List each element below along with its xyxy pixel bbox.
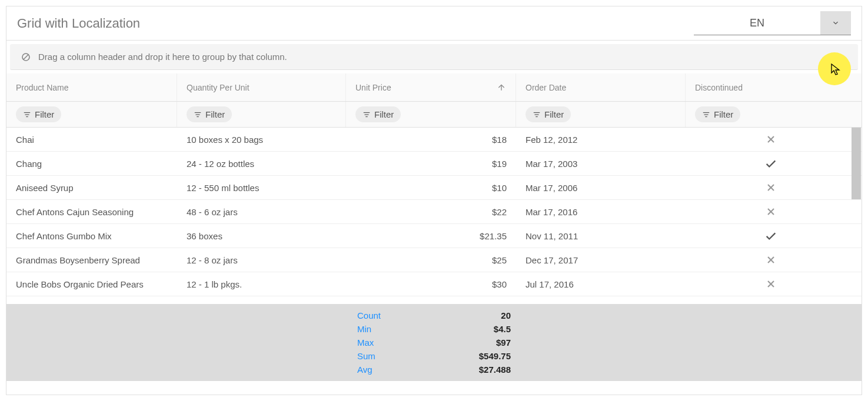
cell-order-date: Jan 17, 2018 <box>516 296 686 304</box>
summary-value-min: $4.5 <box>386 324 516 334</box>
check-icon <box>764 229 777 242</box>
table-row[interactable]: Northwoods Cranberry Sauce12 - 12 oz jar… <box>6 296 862 304</box>
cell-quantity: 12 - 1 lb pkgs. <box>177 272 346 296</box>
table-row[interactable]: Uncle Bobs Organic Dried Pears12 - 1 lb … <box>6 272 862 296</box>
cell-unit-price: $21.35 <box>346 224 516 248</box>
svg-line-1 <box>24 55 28 59</box>
cell-discontinued <box>686 296 856 304</box>
close-icon <box>765 254 777 266</box>
filter-chip-unit-price[interactable]: Filter <box>355 106 401 122</box>
close-icon <box>765 133 777 145</box>
scrollbar-thumb[interactable] <box>852 128 861 199</box>
group-disabled-icon <box>21 52 31 62</box>
column-header-quantity[interactable]: Quantity Per Unit <box>177 73 346 101</box>
grid-filter-row: Filter Filter Filter Filter <box>6 102 862 128</box>
table-row[interactable]: Chang24 - 12 oz bottles$19Mar 17, 2003 <box>6 152 862 176</box>
close-icon <box>765 302 777 304</box>
cell-discontinued <box>686 248 856 272</box>
summary-label-max: Max <box>6 337 386 347</box>
cell-quantity: 24 - 12 oz bottles <box>177 152 346 175</box>
cell-product-name: Aniseed Syrup <box>6 176 177 199</box>
cell-order-date: Mar 17, 2003 <box>516 152 686 175</box>
summary-value-sum: $549.75 <box>386 351 516 361</box>
filter-chip-order-date[interactable]: Filter <box>526 106 571 122</box>
cell-unit-price: $19 <box>346 152 516 175</box>
cell-product-name: Chang <box>6 152 177 175</box>
filter-icon <box>194 111 202 119</box>
cell-discontinued <box>686 200 856 223</box>
filter-icon <box>23 111 31 119</box>
panel-title: Grid with Localization <box>17 16 140 31</box>
cell-order-date: Mar 17, 2016 <box>516 200 686 223</box>
cell-product-name: Uncle Bobs Organic Dried Pears <box>6 272 177 296</box>
summary-label-count: Count <box>6 310 386 320</box>
cell-discontinued <box>686 128 856 151</box>
cell-product-name: Chef Antons Gumbo Mix <box>6 224 177 248</box>
cell-quantity: 12 - 8 oz jars <box>177 248 346 272</box>
summary-value-avg: $27.488 <box>386 365 516 375</box>
filter-chip-product-name[interactable]: Filter <box>16 106 61 122</box>
chevron-down-icon[interactable] <box>820 11 851 35</box>
filter-icon <box>702 111 710 119</box>
group-by-prompt: Drag a column header and drop it here to… <box>38 52 287 62</box>
cell-unit-price: $22 <box>346 200 516 223</box>
close-icon <box>765 182 777 193</box>
cell-product-name: Northwoods Cranberry Sauce <box>6 296 177 304</box>
cursor-highlight-icon <box>818 52 851 85</box>
language-value: EN <box>694 12 820 34</box>
table-row[interactable]: Aniseed Syrup12 - 550 ml bottles$10Mar 1… <box>6 176 862 200</box>
cell-quantity: 10 boxes x 20 bags <box>177 128 346 151</box>
data-grid: Product Name Quantity Per Unit Unit Pric… <box>6 73 862 381</box>
cell-order-date: Nov 11, 2011 <box>516 224 686 248</box>
cell-discontinued <box>686 176 856 199</box>
cell-unit-price: $18 <box>346 128 516 151</box>
cell-product-name: Chef Antons Cajun Seasoning <box>6 200 177 223</box>
cell-order-date: Mar 17, 2006 <box>516 176 686 199</box>
localization-grid-panel: Grid with Localization EN Drag a column … <box>6 6 862 395</box>
cell-unit-price: $40 <box>346 296 516 304</box>
summary-value-count: 20 <box>386 310 516 320</box>
vertical-scrollbar[interactable] <box>851 128 862 304</box>
panel-header: Grid with Localization EN <box>6 6 862 41</box>
filter-icon <box>363 111 371 119</box>
cell-product-name: Grandmas Boysenberry Spread <box>6 248 177 272</box>
cell-discontinued <box>686 152 856 175</box>
cell-unit-price: $25 <box>346 248 516 272</box>
close-icon <box>765 278 777 290</box>
summary-label-min: Min <box>6 324 386 334</box>
cell-order-date: Feb 12, 2012 <box>516 128 686 151</box>
filter-icon <box>533 111 541 119</box>
cell-discontinued <box>686 272 856 296</box>
summary-value-max: $97 <box>386 337 516 347</box>
cell-quantity: 48 - 6 oz jars <box>177 200 346 223</box>
summary-label-sum: Sum <box>6 351 386 361</box>
grid-summary-footer: Count 20 Min $4.5 Max $97 Sum $549.75 Av… <box>6 304 862 381</box>
grid-header-row: Product Name Quantity Per Unit Unit Pric… <box>6 73 862 102</box>
table-row[interactable]: Chai10 boxes x 20 bags$18Feb 12, 2012 <box>6 128 862 152</box>
table-row[interactable]: Chef Antons Cajun Seasoning48 - 6 oz jar… <box>6 200 862 224</box>
filter-chip-discontinued[interactable]: Filter <box>695 106 740 122</box>
cell-quantity: 36 boxes <box>177 224 346 248</box>
column-header-order-date[interactable]: Order Date <box>516 73 686 101</box>
column-header-product-name[interactable]: Product Name <box>6 73 177 101</box>
cell-order-date: Jul 17, 2016 <box>516 272 686 296</box>
cell-product-name: Chai <box>6 128 177 151</box>
summary-label-avg: Avg <box>6 365 386 375</box>
check-icon <box>764 157 777 170</box>
column-header-unit-price[interactable]: Unit Price <box>346 73 516 101</box>
filter-chip-quantity[interactable]: Filter <box>187 106 232 122</box>
cell-quantity: 12 - 550 ml bottles <box>177 176 346 199</box>
cell-unit-price: $10 <box>346 176 516 199</box>
language-select[interactable]: EN <box>694 12 851 35</box>
table-row[interactable]: Chef Antons Gumbo Mix36 boxes$21.35Nov 1… <box>6 224 862 248</box>
grid-body-viewport: Chai10 boxes x 20 bags$18Feb 12, 2012Cha… <box>6 128 862 304</box>
cell-unit-price: $30 <box>346 272 516 296</box>
table-row[interactable]: Grandmas Boysenberry Spread12 - 8 oz jar… <box>6 248 862 272</box>
cell-discontinued <box>686 224 856 248</box>
cell-order-date: Dec 17, 2017 <box>516 248 686 272</box>
group-by-drop-area[interactable]: Drag a column header and drop it here to… <box>10 44 858 70</box>
close-icon <box>765 206 777 218</box>
cell-quantity: 12 - 12 oz jars <box>177 296 346 304</box>
sort-ascending-icon <box>497 83 506 92</box>
